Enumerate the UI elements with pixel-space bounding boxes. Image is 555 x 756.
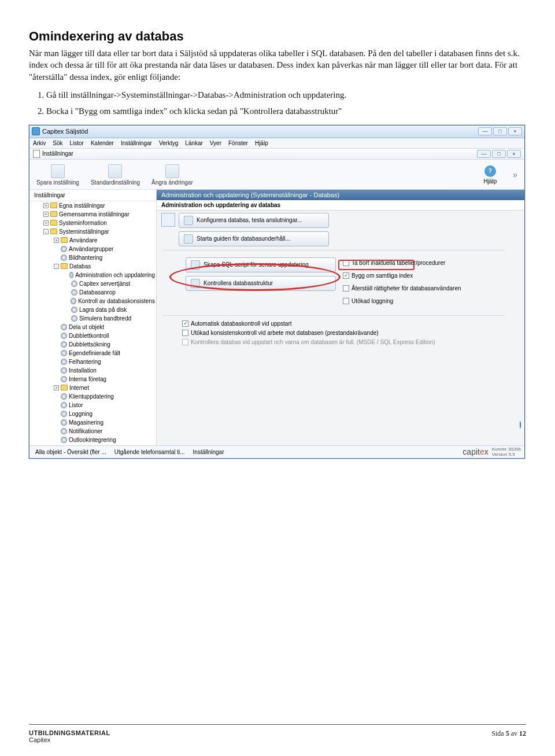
close-button[interactable]: × (508, 127, 522, 135)
tree-item[interactable]: Capitex servertjänst (31, 279, 155, 288)
create-sql-script-label: Skapa SQL-script för senare uppdatering (204, 261, 309, 268)
intro-paragraph: När man lägger till data eller tar bort … (29, 47, 526, 83)
tree-item-label: Egna inställningar (59, 202, 105, 209)
menu-vyer[interactable]: Vyer (210, 140, 221, 146)
cb-reset-rights[interactable]: Återställ rättigheter för databasanvända… (343, 284, 461, 293)
tree-item-label: Notifikationer (69, 428, 102, 434)
folder-icon (61, 237, 68, 243)
folder-icon (50, 228, 57, 234)
tree-item-label: Simulera bandbredd (79, 315, 131, 322)
menu-fonster[interactable]: Fönster (228, 140, 248, 146)
gear-icon (61, 333, 67, 339)
mdi-minimize-button[interactable]: — (477, 150, 491, 158)
configure-db-button[interactable]: Konfigurera databas, testa anslutningar.… (179, 213, 329, 228)
menu-hjalp[interactable]: Hjälp (255, 140, 268, 146)
menu-sok[interactable]: Sök (53, 140, 62, 146)
tree-item-label: Bildhantering (69, 255, 102, 261)
menu-lankar[interactable]: Länkar (185, 140, 203, 146)
tree-item[interactable]: Dubblettsökning (31, 340, 155, 349)
tree-item[interactable]: Databasanrop (31, 288, 155, 297)
gear-icon (61, 419, 67, 426)
tree-item[interactable]: Felhantering (31, 357, 155, 366)
tree-item[interactable]: Användargrupper (31, 245, 155, 253)
menu-kalender[interactable]: Kalender (91, 140, 114, 146)
tree-item[interactable]: +Internet (31, 383, 155, 392)
toggle-icon[interactable]: - (43, 229, 49, 234)
toggle-icon[interactable]: + (43, 220, 49, 226)
mdi-tab-label[interactable]: Inställningar (42, 150, 73, 157)
cb-rebuild-index[interactable]: ✓Bygg om samtliga index (343, 271, 461, 281)
section-heading: Omindexering av databas (29, 29, 526, 44)
status-tab-2[interactable]: Utgående telefonsamtal ti... (112, 449, 185, 455)
tree-item[interactable]: Loggning (31, 410, 155, 418)
toolbar-undo[interactable]: Ångra ändringar (151, 164, 193, 186)
check-db-structure-button[interactable]: Kontrollera databasstruktur (186, 276, 336, 291)
mdi-close-button[interactable]: × (507, 150, 521, 158)
maximize-button[interactable]: □ (493, 127, 507, 135)
page-number: Sida 5 av 12 (491, 729, 526, 743)
tree-item[interactable]: Administration och uppdatering (31, 271, 155, 279)
tree-item[interactable]: -Systeminställningar (31, 227, 155, 236)
tree-header-label: Inställningar (34, 192, 65, 198)
menu-installningar[interactable]: Inställningar (121, 140, 152, 146)
tree-item[interactable]: +Användare (31, 236, 155, 245)
tree-item[interactable]: Bildhantering (31, 253, 155, 262)
tree-item[interactable]: Listor (31, 401, 155, 410)
menu-listor[interactable]: Listor (69, 140, 83, 146)
status-tab-1[interactable]: Alla objekt - Översikt (fler ... (33, 449, 106, 455)
cb-remove-inactive[interactable]: Ta bort inaktuella tabeller/procedurer (343, 259, 461, 268)
tree-item[interactable]: +Egna inställningar (31, 201, 155, 210)
tree-item[interactable]: Interna företag (31, 375, 155, 383)
cb-consistency[interactable]: Utökad konsistenskontroll vid arbete mot… (182, 329, 520, 338)
tree-item-label: Databasanrop (79, 289, 116, 296)
checkbox-icon: ✓ (343, 272, 349, 279)
toolbar-undo-label: Ångra ändringar (151, 179, 193, 186)
toggle-icon[interactable]: + (43, 203, 49, 208)
tree-item[interactable]: -Databas (31, 262, 155, 271)
globe-icon[interactable] (520, 421, 521, 429)
create-sql-script-button[interactable]: Skapa SQL-script för senare uppdatering (186, 257, 336, 272)
tree-item-label: Dela ut objekt (69, 324, 104, 330)
tree-item[interactable]: Egendefinierade fält (31, 349, 155, 357)
tree-item[interactable]: Simulera bandbredd (31, 314, 155, 323)
tree-item[interactable]: +Systeminformation (31, 219, 155, 227)
cb-extended-logging[interactable]: Utökad loggning (343, 297, 461, 306)
tree-item[interactable]: Dubblettkontroll (31, 331, 155, 340)
tree-item[interactable]: Klientuppdatering (31, 392, 155, 401)
steps-list: Gå till inställningar->Systeminställning… (29, 88, 526, 118)
tree-item-label: Systeminformation (59, 220, 107, 226)
tree-item[interactable]: Kontroll av databaskonsistens (31, 297, 155, 305)
start-wizard-button[interactable]: Starta guiden för databasunderhåll... (179, 231, 329, 246)
window-title: Capitex Säljstöd (42, 128, 478, 135)
tree-item-label: Listor (69, 402, 83, 408)
tree-item[interactable]: Lagra data på disk (31, 305, 155, 314)
tree-item-label: Administration och uppdatering (75, 272, 155, 278)
tree-item[interactable]: Dela ut objekt (31, 323, 155, 331)
tree-item[interactable]: Papperskorgen (31, 444, 155, 445)
gear-icon (71, 281, 77, 287)
tree-item-label: Egendefinierade fält (69, 350, 120, 356)
step-2: Bocka i "Bygg om samtliga index" och kli… (46, 105, 526, 118)
panel-logo-icon (161, 213, 175, 227)
status-tab-3[interactable]: Inställningar (191, 449, 224, 455)
menu-verktyg[interactable]: Verktyg (159, 140, 178, 146)
tree-item-label: Lagra data på disk (79, 307, 127, 313)
toolbar-save[interactable]: Spara inställning (36, 164, 79, 186)
tree-item-label: Användare (69, 237, 97, 244)
tree-item[interactable]: +Gemensamma inställningar (31, 210, 155, 219)
expand-arrows-icon[interactable]: » (508, 170, 517, 179)
tree-item[interactable]: Notifikationer (31, 427, 155, 436)
tree-item[interactable]: Outlookintegrering (31, 436, 155, 444)
toolbar-help[interactable]: ? Hjälp (483, 165, 497, 185)
toggle-icon[interactable]: + (54, 238, 59, 243)
toolbar-default[interactable]: Standardinställning (91, 164, 140, 186)
cb-auto-check[interactable]: ✓Automatisk databaskontroll vid uppstart (182, 319, 520, 329)
menu-arkiv[interactable]: Arkiv (33, 140, 46, 146)
tree-item[interactable]: Installation (31, 366, 155, 375)
toggle-icon[interactable]: + (54, 385, 59, 390)
tree-item[interactable]: Magasinering (31, 418, 155, 427)
minimize-button[interactable]: — (478, 127, 492, 135)
toggle-icon[interactable]: + (43, 212, 49, 217)
toggle-icon[interactable]: - (54, 264, 59, 269)
mdi-maximize-button[interactable]: □ (492, 150, 506, 158)
